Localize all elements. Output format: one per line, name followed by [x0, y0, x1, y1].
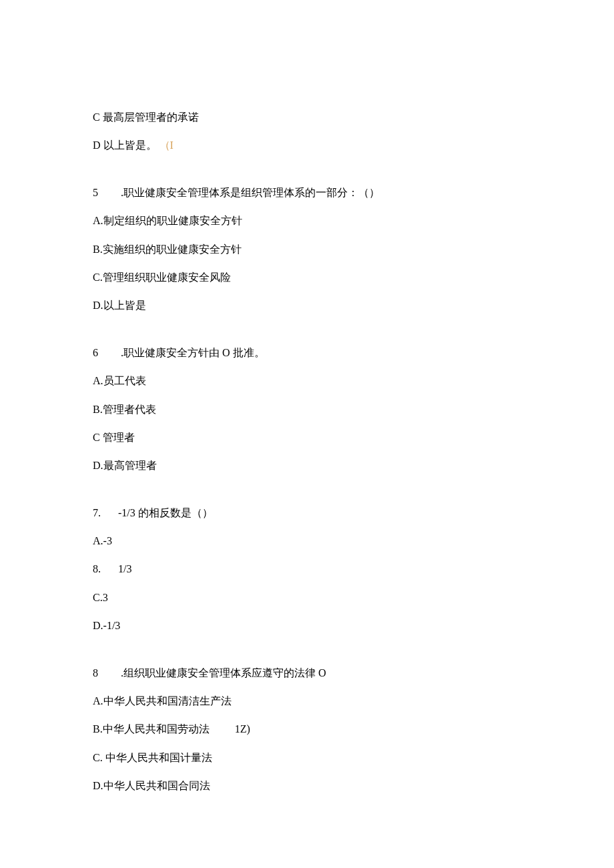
q8-option-b: B.中华人民共和国劳动法 1Z)	[93, 722, 521, 737]
q7-number: 7.	[93, 507, 101, 518]
q4-option-d: D 以上皆是。 （I	[93, 138, 521, 153]
q5-title: .职业健康安全管理体系是组织管理体系的一部分：（）	[121, 187, 380, 198]
q6-option-c: C 管理者	[93, 430, 521, 445]
q8-option-b-main: B.中华人民共和国劳动法	[93, 723, 210, 735]
q7-option-b: 8. 1/3	[93, 562, 521, 576]
q8-title: .组织职业健康安全管理体系应遵守的法律 O	[121, 667, 326, 679]
document-page: C 最高层管理者的承诺 D 以上皆是。 （I 5 .职业健康安全管理体系是组织管…	[0, 0, 614, 794]
q7-option-b-number: 8.	[93, 563, 101, 574]
q8-option-b-extra: 1Z)	[235, 723, 250, 735]
q6-title: .职业健康安全方针由 O 批准。	[121, 347, 265, 358]
q8-stem: 8 .组织职业健康安全管理体系应遵守的法律 O	[93, 666, 521, 681]
q5-option-a: A.制定组织的职业健康安全方针	[93, 213, 521, 228]
q5-option-b: B.实施组织的职业健康安全方针	[93, 242, 521, 257]
q7-option-d: D.-1/3	[93, 618, 521, 633]
q4-option-d-text: D 以上皆是。	[93, 139, 157, 151]
q5-number: 5	[93, 185, 102, 200]
q6-option-b: B.管理者代表	[93, 402, 521, 417]
q7-option-a: A.-3	[93, 534, 521, 548]
q8-number: 8	[93, 666, 102, 681]
q4-option-d-annotation: （I	[160, 139, 174, 151]
q5-stem: 5 .职业健康安全管理体系是组织管理体系的一部分：（）	[93, 185, 521, 200]
q5-option-c: C.管理组织职业健康安全风险	[93, 270, 521, 285]
q6-stem: 6 .职业健康安全方针由 O 批准。	[93, 346, 521, 360]
q4-option-c: C 最高层管理者的承诺	[93, 110, 521, 125]
q8-option-a: A.中华人民共和国清洁生产法	[93, 694, 521, 709]
q7-stem: 7. -1/3 的相反数是（）	[93, 506, 521, 520]
q6-option-a: A.员工代表	[93, 374, 521, 388]
q7-option-c: C.3	[93, 590, 521, 605]
q5-option-d: D.以上皆是	[93, 298, 521, 313]
q7-title: -1/3 的相反数是（）	[118, 507, 213, 518]
q6-number: 6	[93, 346, 102, 360]
q8-option-c: C. 中华人民共和国计量法	[93, 751, 521, 765]
q8-option-d: D.中华人民共和国合同法	[93, 779, 521, 793]
q7-option-b-text: 1/3	[118, 563, 131, 574]
q6-option-d: D.最高管理者	[93, 458, 521, 473]
